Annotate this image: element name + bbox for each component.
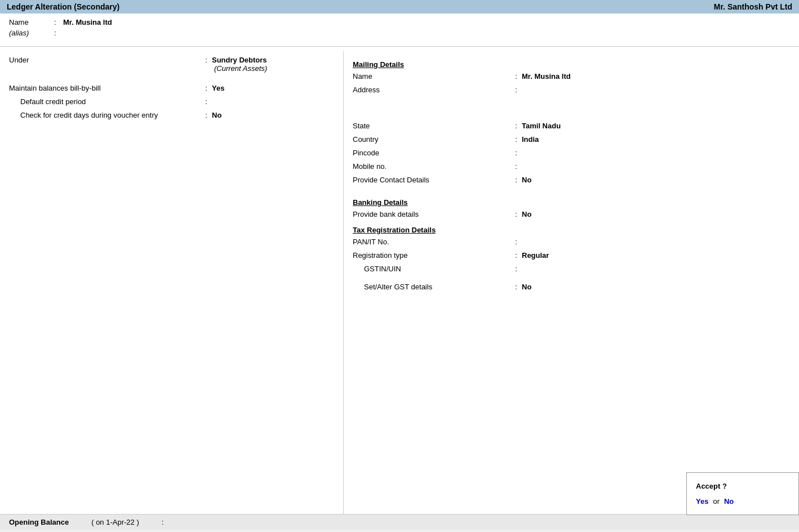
right-panel: Mailing Details Name : Mr. Musina ltd Ad… <box>344 51 799 514</box>
under-value-container: Sundry Debtors (Current Assets) <box>212 56 267 73</box>
state-label: State <box>353 122 511 130</box>
country-row: Country : India <box>353 135 790 146</box>
spacer3 <box>353 278 790 283</box>
address-label: Address <box>353 86 511 94</box>
bottom-bar: Opening Balance ( on 1-Apr-22 ) : <box>0 514 799 530</box>
alias-label: (alias) <box>9 29 54 37</box>
accept-dialog: Accept ? Yes or No <box>686 472 799 515</box>
pan-colon: : <box>511 238 522 246</box>
left-panel: Under : Sundry Debtors (Current Assets) … <box>0 51 344 514</box>
default-credit-row: Default credit period : <box>9 97 334 109</box>
mailing-name-label: Name <box>353 72 511 81</box>
header-bar: Ledger Alteration (Secondary) Mr. Santho… <box>0 0 799 14</box>
state-value: Tamil Nadu <box>522 122 561 130</box>
accept-no-button[interactable]: No <box>724 497 734 506</box>
reg-type-colon: : <box>511 251 522 260</box>
name-label: Name <box>9 18 54 26</box>
accept-or-label: or <box>713 497 720 506</box>
check-credit-colon: : <box>201 111 212 119</box>
accept-title: Accept ? <box>696 482 789 490</box>
check-credit-label: Check for credit days during voucher ent… <box>9 111 201 119</box>
set-alter-row: Set/Alter GST details : No <box>353 283 790 294</box>
provide-bank-colon: : <box>511 210 522 218</box>
provide-bank-value: No <box>522 210 531 218</box>
maintain-row: Maintain balances bill-by-bill : Yes <box>9 84 334 95</box>
top-divider <box>0 46 799 47</box>
gstin-row: GSTIN/UIN : <box>353 265 790 276</box>
pincode-colon: : <box>511 149 522 157</box>
accept-buttons: Yes or No <box>696 497 789 506</box>
provide-contact-row: Provide Contact Details : No <box>353 176 790 187</box>
address-spacer <box>353 99 790 122</box>
under-sub: (Current Assets) <box>212 64 267 73</box>
header-left-title: Ledger Alteration (Secondary) <box>7 2 119 11</box>
name-colon: : <box>54 18 63 26</box>
provide-contact-colon: : <box>511 176 522 184</box>
provide-contact-value: No <box>522 176 531 184</box>
set-alter-colon: : <box>511 283 522 291</box>
default-credit-colon: : <box>201 97 212 106</box>
content-area: Under : Sundry Debtors (Current Assets) … <box>0 51 799 514</box>
banking-header: Banking Details <box>353 198 790 207</box>
header-right-title: Mr. Santhosh Pvt Ltd <box>714 2 792 11</box>
pan-row: PAN/IT No. : <box>353 238 790 249</box>
provide-bank-label: Provide bank details <box>353 210 511 218</box>
reg-type-row: Registration type : Regular <box>353 251 790 262</box>
mailing-name-row: Name : Mr. Musina ltd <box>353 72 790 83</box>
top-section: Name : Mr. Musina ltd (alias) : <box>0 14 799 42</box>
check-credit-row: Check for credit days during voucher ent… <box>9 111 334 122</box>
under-value: Sundry Debtors <box>212 56 267 64</box>
address-colon: : <box>511 86 522 94</box>
maintain-label: Maintain balances bill-by-bill <box>9 84 201 92</box>
opening-balance-label: Opening Balance <box>9 518 69 526</box>
maintain-colon: : <box>201 84 212 92</box>
alias-colon: : <box>54 29 63 37</box>
mailing-name-value: Mr. Musina ltd <box>522 72 571 81</box>
address-row: Address : <box>353 86 790 97</box>
state-row: State : Tamil Nadu <box>353 122 790 133</box>
provide-bank-row: Provide bank details : No <box>353 210 790 221</box>
mobile-colon: : <box>511 162 522 171</box>
accept-yes-button[interactable]: Yes <box>696 497 708 506</box>
under-colon: : <box>201 56 212 64</box>
mobile-label: Mobile no. <box>353 162 511 171</box>
spacer2 <box>353 189 790 194</box>
provide-contact-label: Provide Contact Details <box>353 176 511 184</box>
country-colon: : <box>511 135 522 144</box>
reg-type-value: Regular <box>522 251 549 260</box>
default-credit-label: Default credit period <box>9 97 201 106</box>
tax-header: Tax Registration Details <box>353 226 790 234</box>
pan-label: PAN/IT No. <box>353 238 511 246</box>
mailing-header: Mailing Details <box>353 60 790 69</box>
check-credit-value: No <box>212 111 221 119</box>
reg-type-label: Registration type <box>353 251 511 260</box>
pincode-row: Pincode : <box>353 149 790 160</box>
country-value: India <box>522 135 539 144</box>
under-label: Under <box>9 56 201 64</box>
name-value: Mr. Musina ltd <box>63 18 112 26</box>
bottom-colon: : <box>162 518 164 526</box>
set-alter-value: No <box>522 283 531 291</box>
pincode-label: Pincode <box>353 149 511 157</box>
spacer1 <box>9 75 334 84</box>
alias-row: (alias) : <box>9 29 790 37</box>
maintain-value: Yes <box>212 84 224 92</box>
country-label: Country <box>353 135 511 144</box>
set-alter-label: Set/Alter GST details <box>353 283 511 291</box>
gstin-label: GSTIN/UIN <box>353 265 511 273</box>
gstin-colon: : <box>511 265 522 273</box>
under-row: Under : Sundry Debtors (Current Assets) <box>9 56 334 73</box>
on-date-label: ( on 1-Apr-22 ) <box>91 518 139 526</box>
mobile-row: Mobile no. : <box>353 162 790 173</box>
name-row: Name : Mr. Musina ltd <box>9 18 790 26</box>
mailing-name-colon: : <box>511 72 522 81</box>
state-colon: : <box>511 122 522 130</box>
